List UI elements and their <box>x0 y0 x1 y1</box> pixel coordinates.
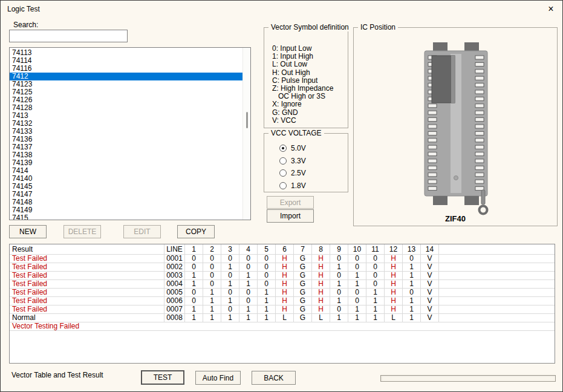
list-item[interactable]: 74133 <box>10 128 242 136</box>
list-item[interactable]: 7415 <box>10 214 242 220</box>
result-row[interactable]: Test Failed000711011HGH011H1V <box>10 305 555 314</box>
radio-icon[interactable] <box>279 169 287 177</box>
column-header[interactable]: 8 <box>312 244 330 255</box>
list-item[interactable]: 74136 <box>10 136 242 143</box>
socket-label: ZIF40 <box>354 214 557 223</box>
pin-value-cell: 0 <box>258 263 276 272</box>
radio-icon[interactable] <box>279 182 287 189</box>
vcc-option-5.0V[interactable]: 5.0V <box>279 143 306 152</box>
list-item[interactable]: 74138 <box>10 151 242 159</box>
pin-value-cell: H <box>312 305 330 314</box>
column-header[interactable]: 11 <box>366 244 385 255</box>
list-item[interactable]: 7414 <box>10 167 242 175</box>
pin-value-cell: L <box>276 314 294 322</box>
list-item[interactable]: 74114 <box>10 57 242 65</box>
test-button[interactable]: TEST <box>141 370 184 385</box>
vcc-option-1.8V[interactable]: 1.8V <box>279 181 306 190</box>
copy-button[interactable]: COPY <box>177 225 215 238</box>
pin-value-cell: 0 <box>403 255 421 263</box>
column-header[interactable]: 9 <box>330 244 348 255</box>
list-item[interactable]: 74140 <box>10 175 242 183</box>
pin-value-cell: 0 <box>348 297 366 305</box>
radio-icon[interactable] <box>279 157 287 165</box>
vector-symbol-group: Vector Symbol definition 0: Input Low1: … <box>264 27 348 128</box>
list-item[interactable]: 74149 <box>10 206 242 214</box>
pin-value-cell: 1 <box>221 280 239 289</box>
ic-position-group: IC Position ZIF40 <box>353 27 558 226</box>
result-row[interactable]: Test Failed000200100HGH100H1V <box>10 263 555 272</box>
import-button[interactable]: Import <box>267 209 314 223</box>
pin-value-cell: 0 <box>185 289 203 297</box>
radio-icon[interactable] <box>279 145 287 152</box>
delete-button[interactable]: DELETE <box>63 225 101 238</box>
column-header[interactable]: 2 <box>203 244 221 255</box>
list-scrollbar[interactable] <box>242 48 250 220</box>
pin-value-cell: 1 <box>258 297 276 305</box>
column-header[interactable]: 1 <box>185 244 203 255</box>
list-item[interactable]: 74116 <box>10 65 242 73</box>
back-button[interactable]: BACK <box>252 371 296 385</box>
column-header[interactable]: 14 <box>421 244 439 255</box>
list-item[interactable]: 74132 <box>10 120 242 128</box>
pin-value-cell: G <box>294 280 312 289</box>
pin-value-cell: H <box>276 272 294 280</box>
list-item[interactable]: 74147 <box>10 191 242 198</box>
list-item[interactable]: 74137 <box>10 143 242 151</box>
list-item[interactable]: 74145 <box>10 183 242 191</box>
list-item[interactable]: 74148 <box>10 198 242 206</box>
list-item[interactable]: 74125 <box>10 88 242 96</box>
column-header[interactable]: 5 <box>258 244 276 255</box>
column-header[interactable]: Result <box>10 244 164 255</box>
device-list[interactable]: 7411374114741167412741237412574126741287… <box>9 47 251 220</box>
list-item[interactable]: 74139 <box>10 159 242 167</box>
vcc-option-3.3V[interactable]: 3.3V <box>279 156 306 165</box>
column-header[interactable]: 6 <box>276 244 294 255</box>
result-row[interactable]: Normal000811111LGL111L1V <box>10 314 555 322</box>
column-header[interactable]: 4 <box>239 244 258 255</box>
column-header[interactable]: 3 <box>221 244 239 255</box>
column-header[interactable]: 7 <box>294 244 312 255</box>
pin-value-cell: 1 <box>403 272 421 280</box>
export-button[interactable]: Export <box>267 196 314 209</box>
column-header[interactable]: 12 <box>385 244 403 255</box>
close-icon[interactable]: × <box>544 2 558 16</box>
auto-find-button[interactable]: Auto Find <box>195 371 241 385</box>
pin-value-cell: 1 <box>185 305 203 314</box>
result-row[interactable]: Test Failed000501001HGH001H0V <box>10 289 555 297</box>
line-cell: 0007 <box>164 305 185 314</box>
list-item[interactable]: 74113 <box>10 49 242 57</box>
result-cell: Test Failed <box>10 289 164 297</box>
list-item[interactable]: 74123 <box>10 80 242 88</box>
result-row[interactable]: Test Failed000601101HGH101H1V <box>10 297 555 305</box>
pin-value-cell: V <box>421 272 439 280</box>
pin-value-cell: 0 <box>330 289 348 297</box>
pin-value-cell: H <box>312 289 330 297</box>
pin-value-cell: 1 <box>203 289 221 297</box>
list-item[interactable]: 74128 <box>10 104 242 112</box>
pin-value-cell: L <box>312 314 330 322</box>
result-row[interactable]: Test Failed000410110HGH110H1V <box>10 280 555 289</box>
pin-value-cell: 0 <box>185 255 203 263</box>
device-list-items[interactable]: 7411374114741167412741237412574126741287… <box>10 49 242 220</box>
pin-value-cell: 1 <box>239 272 258 280</box>
scrollbar-thumb[interactable] <box>246 112 248 128</box>
column-header[interactable]: 13 <box>403 244 421 255</box>
column-header[interactable]: LINE <box>164 244 185 255</box>
search-input[interactable] <box>9 30 128 42</box>
list-item[interactable]: 74126 <box>10 96 242 104</box>
pin-value-cell: 1 <box>348 272 366 280</box>
list-item[interactable]: 7413 <box>10 112 242 120</box>
row-filler <box>439 263 555 272</box>
new-button[interactable]: NEW <box>9 225 47 238</box>
result-row[interactable]: Test Failed000310010HGH010H1V <box>10 272 555 280</box>
pin-value-cell: 0 <box>330 305 348 314</box>
edit-button[interactable]: EDIT <box>123 225 161 238</box>
pin-value-cell: 0 <box>348 289 366 297</box>
list-item[interactable]: 7412 <box>10 73 242 80</box>
column-header[interactable]: 10 <box>348 244 366 255</box>
vcc-option-2.5V[interactable]: 2.5V <box>279 168 306 177</box>
radio-label: 1.8V <box>291 181 306 190</box>
pin-value-cell: G <box>294 255 312 263</box>
result-row[interactable]: Test Failed000100000HGH000H0V <box>10 255 555 263</box>
pin-value-cell: 0 <box>348 263 366 272</box>
